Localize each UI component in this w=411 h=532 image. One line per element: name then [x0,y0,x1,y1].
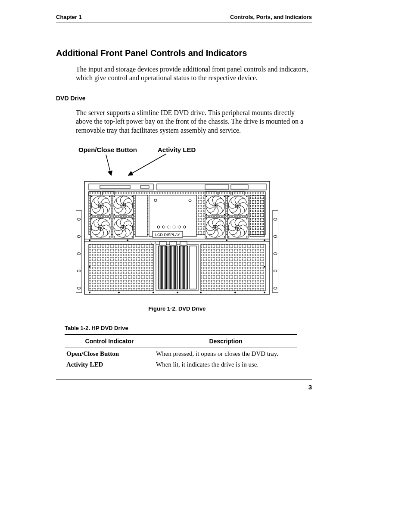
svg-point-70 [234,292,236,293]
section-intro: The input and storage devices provide ad… [76,65,312,83]
content-column: Chapter 1 Controls, Ports, and Indicator… [56,14,312,370]
svg-rect-63 [170,242,177,245]
svg-point-67 [153,292,154,293]
dvd-drive-table: Control Indicator Description Open/Close… [65,334,297,370]
svg-line-0 [106,155,111,175]
page-number: 3 [308,383,312,391]
subsection-title: DVD Drive [56,95,312,102]
svg-point-71 [264,292,265,293]
cell-description: When pressed, it opens or closes the DVD… [154,348,297,359]
svg-rect-64 [180,242,187,245]
lcd-display-label: LCD DISPLAY [155,233,180,237]
page-footer: 3 [56,380,312,391]
svg-rect-60 [179,246,188,289]
svg-point-72 [89,266,90,268]
figure-callouts: Open/Close Button Activity LED [76,146,278,176]
svg-point-69 [200,292,202,293]
cell-description: When lit, it indicates the drive is in u… [154,359,297,370]
cell-indicator: Activity LED [65,359,154,370]
header-right: Controls, Ports, and Indicators [230,14,312,20]
svg-point-65 [89,292,90,293]
figure-caption: Figure 1-2. DVD Drive [76,305,278,312]
svg-rect-49 [250,195,265,236]
svg-point-52 [127,240,128,241]
svg-rect-62 [159,242,166,245]
svg-rect-56 [201,244,265,291]
svg-line-1 [128,154,166,175]
svg-point-66 [118,292,120,293]
svg-rect-30 [231,185,248,189]
table-header-description: Description [154,334,297,348]
svg-rect-61 [190,246,196,289]
svg-point-68 [177,292,178,293]
chassis-diagram: LCD DISPLAY [76,176,278,297]
table-caption: Table 1-2. HP DVD Drive [65,325,312,331]
subsection-body: The server supports a slimline IDE DVD d… [76,109,312,135]
svg-point-73 [264,266,265,268]
svg-rect-58 [159,246,167,289]
cell-indicator: Open/Close Button [65,348,154,359]
svg-rect-29 [205,185,229,189]
svg-rect-12 [272,211,278,292]
svg-point-54 [264,240,265,241]
svg-point-51 [89,240,90,241]
figure-dvd-drive: Open/Close Button Activity LED [76,146,278,312]
table-header-indicator: Control Indicator [65,334,154,348]
svg-rect-11 [76,211,82,292]
header-left: Chapter 1 [56,14,82,20]
callout-lines [76,146,278,176]
svg-rect-59 [169,246,177,289]
svg-point-53 [226,240,227,241]
svg-rect-25 [100,185,130,189]
table-row: Activity LED When lit, it indicates the … [65,359,297,370]
running-header: Chapter 1 Controls, Ports, and Indicator… [56,14,312,22]
svg-rect-55 [89,244,153,291]
section-title: Additional Front Panel Controls and Indi… [56,48,312,58]
page: Chapter 1 Controls, Ports, and Indicator… [0,0,411,532]
svg-rect-37 [135,195,147,236]
svg-rect-50 [84,239,270,242]
table-row: Open/Close Button When pressed, it opens… [65,348,297,359]
